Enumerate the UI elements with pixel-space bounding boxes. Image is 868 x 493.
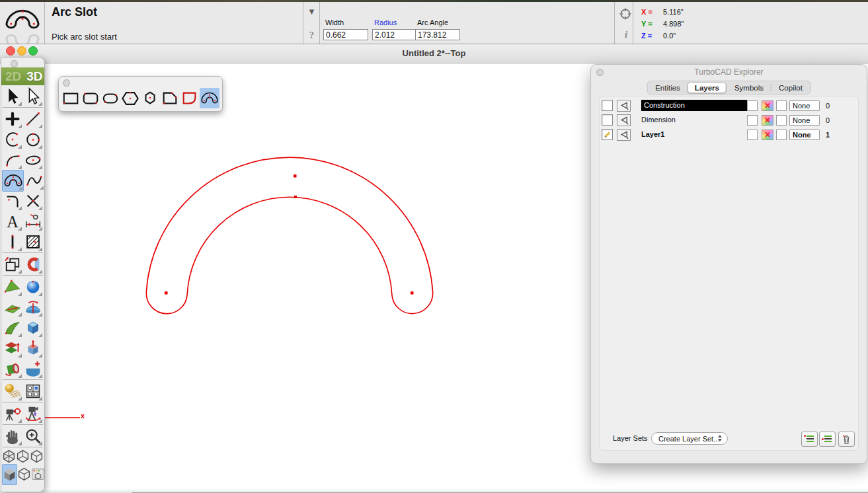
wireframe-iso-2-view[interactable]: [16, 448, 30, 464]
width-input[interactable]: [323, 29, 368, 40]
render-tool[interactable]: [2, 381, 22, 401]
pan-tool[interactable]: [2, 426, 22, 446]
rectangle-tool[interactable]: [61, 88, 81, 108]
extrude-face-tool[interactable]: [2, 297, 22, 317]
fillet-tool[interactable]: [2, 190, 22, 211]
assemble-tool[interactable]: [22, 254, 43, 274]
viewports-tool[interactable]: [22, 381, 43, 401]
cross-icon: [23, 191, 43, 211]
wireframe-view-button[interactable]: [17, 464, 31, 484]
layer-style-button[interactable]: None: [789, 115, 820, 126]
shape-toolbar-close-button[interactable]: [63, 79, 70, 87]
extrude-tool[interactable]: [22, 338, 43, 358]
layer-row-layer1[interactable]: Layer1 None 1: [600, 129, 858, 140]
inspector-collapse-button[interactable]: ▼: [305, 7, 319, 17]
slot-tool[interactable]: [100, 88, 120, 108]
irregular-polygon-tool[interactable]: [160, 88, 180, 108]
help-button[interactable]: ?: [305, 30, 319, 41]
sphere-icon: [23, 277, 43, 297]
point-tool[interactable]: [2, 108, 22, 129]
layer-row-dimension[interactable]: Dimension None 0: [600, 114, 858, 126]
layer-style-button[interactable]: None: [789, 100, 820, 111]
walkthrough-tool[interactable]: [22, 403, 43, 424]
layer-style-button[interactable]: None: [789, 130, 820, 140]
tool-palette-titlebar[interactable]: [1, 57, 44, 67]
layer-row-construction[interactable]: Construction None 0: [600, 100, 858, 111]
wireframe-cube-icon: [30, 449, 44, 463]
layer-color-box[interactable]: [747, 100, 758, 111]
layer-edit-checkbox[interactable]: [602, 129, 613, 140]
ellipse-tool[interactable]: [22, 149, 43, 170]
layer-edit-checkbox[interactable]: [602, 114, 613, 126]
cube-icon: [23, 318, 43, 338]
revolve-tool[interactable]: [22, 297, 43, 317]
arc-tool[interactable]: [2, 129, 22, 149]
layer-bylayer-swatch[interactable]: [762, 130, 773, 140]
spline-tool[interactable]: [24, 170, 44, 190]
array-3d-tool[interactable]: [2, 338, 22, 358]
layer-lineweight-box[interactable]: [776, 130, 787, 140]
box-tool[interactable]: [22, 317, 43, 338]
circle-tool[interactable]: [22, 129, 43, 149]
curve-tool[interactable]: [2, 149, 22, 170]
layer-color-box[interactable]: [747, 130, 758, 140]
trim-tool[interactable]: [22, 190, 43, 211]
layer-visibility-button[interactable]: [617, 114, 631, 126]
layer-name[interactable]: Dimension: [641, 114, 747, 126]
tab-symbols[interactable]: Symbols: [727, 81, 771, 94]
copy-tool[interactable]: [2, 254, 22, 274]
mode-3d-button[interactable]: 3D: [26, 69, 42, 84]
layer-visibility-button[interactable]: [617, 129, 631, 141]
tab-copilot[interactable]: Copilot: [771, 81, 810, 94]
delete-layer-button[interactable]: [838, 432, 855, 447]
shaded-view-button[interactable]: [2, 464, 17, 485]
layer-name[interactable]: Layer1: [641, 129, 747, 140]
slice-tool[interactable]: [22, 358, 43, 379]
polygon-tool[interactable]: [140, 88, 160, 108]
layer-color-box[interactable]: [747, 115, 758, 126]
mode-switch[interactable]: 2D 3D: [1, 67, 44, 85]
wireframe-iso-3-view[interactable]: [30, 448, 44, 464]
layer-name[interactable]: Construction: [641, 100, 747, 111]
layer-bylayer-swatch[interactable]: [762, 115, 773, 126]
layer-lineweight-box[interactable]: [776, 100, 787, 111]
arc-angle-input[interactable]: [415, 29, 460, 40]
info-icon[interactable]: i: [620, 29, 632, 40]
coordinate-target-icon[interactable]: [619, 7, 632, 20]
view-palette-button[interactable]: [31, 464, 45, 484]
layer-lineweight-box[interactable]: [776, 115, 787, 126]
construction-line-tool[interactable]: [2, 231, 22, 252]
layer-sets-dropdown[interactable]: Create Layer Set...: [651, 432, 728, 445]
roll-tool[interactable]: [2, 358, 22, 379]
hexagon-tool[interactable]: [120, 88, 140, 108]
sphere-tool[interactable]: [22, 276, 43, 297]
layer-edit-checkbox[interactable]: [602, 100, 613, 111]
tab-layers[interactable]: Layers: [688, 82, 727, 93]
new-layer-set-button[interactable]: [819, 432, 836, 447]
wireframe-iso-1-view[interactable]: [2, 448, 16, 464]
palette-close-button[interactable]: [11, 60, 18, 67]
text-tool[interactable]: A: [2, 211, 22, 231]
polygon-3d-tool[interactable]: [2, 276, 22, 297]
mode-2d-button[interactable]: 2D: [5, 69, 21, 84]
turbocad-explorer-panel: TurboCAD Explorer Entities Layers Symbol…: [590, 64, 867, 464]
dimension-tool[interactable]: [22, 211, 43, 231]
arc-slot-tool[interactable]: [200, 88, 219, 108]
arc-slot-tool[interactable]: [2, 170, 24, 192]
hatch-tool[interactable]: [22, 231, 43, 252]
select-tool[interactable]: [2, 86, 22, 106]
document-titlebar[interactable]: Untitled 2*--Top: [0, 44, 868, 63]
chamfer-polygon-tool[interactable]: [180, 88, 200, 108]
coord-x-value: 5.116": [663, 8, 684, 16]
line-tool[interactable]: [22, 108, 43, 129]
camera-tool[interactable]: [2, 403, 22, 424]
open-select-tool[interactable]: [22, 86, 43, 106]
rounded-rectangle-tool[interactable]: [81, 88, 100, 108]
new-layer-button[interactable]: [801, 432, 818, 447]
tab-entities[interactable]: Entities: [648, 81, 688, 94]
layer-bylayer-swatch[interactable]: [762, 100, 773, 111]
sweep-tool[interactable]: [2, 317, 22, 338]
layer-visibility-button[interactable]: [617, 100, 631, 112]
zoom-tool[interactable]: [22, 426, 43, 446]
radius-input[interactable]: [372, 29, 417, 40]
